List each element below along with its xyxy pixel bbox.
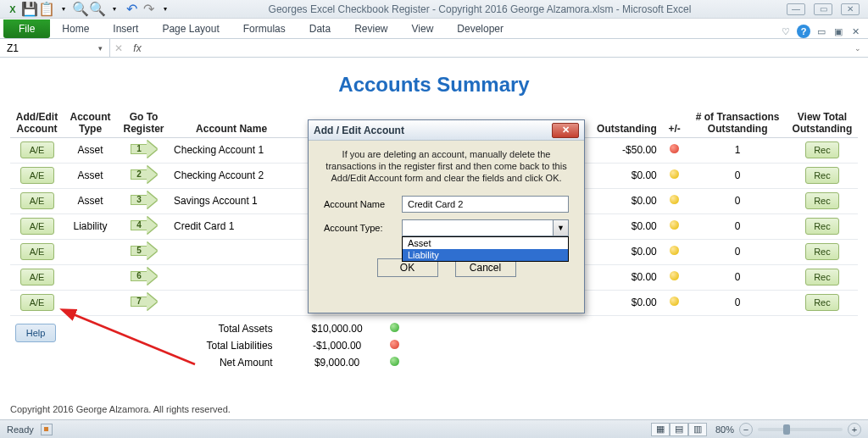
tab-view[interactable]: View bbox=[400, 19, 446, 38]
cell-account-name bbox=[170, 264, 313, 290]
tab-data[interactable]: Data bbox=[298, 19, 342, 38]
cell-num-trans: 0 bbox=[688, 213, 787, 239]
ribbon-restore-icon[interactable]: ▣ bbox=[832, 25, 844, 37]
paste-icon[interactable]: 📋 bbox=[39, 2, 54, 17]
add-edit-button[interactable]: A/E bbox=[20, 141, 54, 158]
cell-account-name: Checking Account 1 bbox=[170, 137, 313, 163]
total-label: Net Amount bbox=[12, 355, 288, 370]
cell-num-trans: 0 bbox=[688, 290, 787, 315]
find-icon[interactable]: 🔍 bbox=[73, 2, 88, 17]
status-dot-icon bbox=[390, 323, 399, 332]
qat-dropdown-icon[interactable]: ▾ bbox=[56, 2, 71, 17]
page-break-view-button[interactable]: ▥ bbox=[688, 423, 707, 436]
tab-formulas[interactable]: Formulas bbox=[231, 19, 298, 38]
totals-row: Total Liabilities-$1,000.00 bbox=[12, 338, 407, 353]
goto-register-button[interactable]: 2 bbox=[131, 167, 158, 182]
window-titlebar: X 💾 📋 ▾ 🔍 🔍 ▾ ↶ ↷ ▾ Georges Excel Checkb… bbox=[0, 0, 868, 19]
add-edit-button[interactable]: A/E bbox=[20, 294, 54, 311]
col-view-total: View Total Outstanding bbox=[787, 110, 858, 137]
qat-more-icon[interactable]: ▾ bbox=[158, 2, 173, 17]
cell-num-trans: 0 bbox=[688, 163, 787, 188]
goto-register-button[interactable]: 1 bbox=[131, 141, 158, 157]
ribbon-minimize-icon[interactable]: ▭ bbox=[815, 25, 827, 37]
tab-insert[interactable]: Insert bbox=[101, 19, 150, 38]
status-bar: Ready ▦ ▤ ▥ 80% − + bbox=[0, 419, 868, 438]
name-box[interactable]: Z1 ▾ bbox=[0, 39, 110, 57]
status-dot-icon bbox=[390, 340, 399, 349]
cancel-formula-icon[interactable]: ✕ bbox=[110, 42, 127, 54]
ribbon-heart-icon[interactable]: ♡ bbox=[780, 25, 792, 37]
tab-home[interactable]: Home bbox=[50, 19, 101, 38]
cell-outstanding: $0.00 bbox=[580, 213, 660, 239]
zoom-out-button[interactable]: − bbox=[739, 423, 753, 436]
totals-row: Net Amount$9,000.00 bbox=[12, 355, 407, 370]
add-edit-button[interactable]: A/E bbox=[20, 269, 54, 286]
combo-option-liability[interactable]: Liability bbox=[403, 249, 568, 261]
col-add-edit: Add/Edit Account bbox=[10, 110, 64, 137]
qat-dropdown-icon[interactable]: ▾ bbox=[107, 2, 122, 17]
name-box-dropdown-icon[interactable]: ▾ bbox=[98, 44, 103, 53]
help-button[interactable]: Help bbox=[15, 324, 56, 342]
rec-button[interactable]: Rec bbox=[805, 141, 839, 158]
cell-account-type bbox=[64, 290, 117, 315]
rec-button[interactable]: Rec bbox=[805, 243, 839, 260]
dialog-close-button[interactable]: ✕ bbox=[552, 123, 579, 138]
status-dot-icon bbox=[670, 195, 679, 204]
tab-review[interactable]: Review bbox=[342, 19, 399, 38]
save-icon[interactable]: 💾 bbox=[22, 2, 37, 17]
goto-register-button[interactable]: 7 bbox=[131, 294, 158, 309]
cell-outstanding: $0.00 bbox=[580, 188, 660, 213]
account-name-input[interactable]: Credit Card 2 bbox=[402, 196, 569, 213]
cell-outstanding: $0.00 bbox=[580, 239, 660, 264]
cell-account-type: Liability bbox=[64, 213, 117, 239]
minimize-button[interactable]: — bbox=[787, 3, 805, 15]
zoom-level[interactable]: 80% bbox=[715, 424, 734, 435]
total-value: $9,000.00 bbox=[290, 355, 385, 370]
redo-icon[interactable]: ↷ bbox=[141, 2, 156, 17]
close-button[interactable]: ✕ bbox=[841, 3, 860, 15]
rec-button[interactable]: Rec bbox=[805, 294, 839, 311]
find-replace-icon[interactable]: 🔍 bbox=[90, 2, 105, 17]
ribbon-close-icon[interactable]: ✕ bbox=[849, 25, 861, 37]
totals-row: Total Assets$10,000.00 bbox=[12, 321, 407, 336]
dialog-titlebar[interactable]: Add / Edit Account ✕ bbox=[309, 120, 584, 141]
normal-view-button[interactable]: ▦ bbox=[651, 423, 670, 436]
rec-button[interactable]: Rec bbox=[805, 269, 839, 286]
tab-developer[interactable]: Developer bbox=[445, 19, 515, 38]
col-num-trans: # of Transactions Outstanding bbox=[688, 110, 787, 137]
view-buttons: ▦ ▤ ▥ bbox=[651, 423, 707, 436]
goto-register-button[interactable]: 3 bbox=[131, 192, 158, 208]
rec-button[interactable]: Rec bbox=[805, 192, 839, 209]
macro-record-icon[interactable] bbox=[41, 424, 53, 435]
add-edit-button[interactable]: A/E bbox=[20, 192, 54, 209]
combo-arrow-icon[interactable]: ▼ bbox=[553, 220, 568, 236]
rec-button[interactable]: Rec bbox=[805, 218, 839, 235]
undo-icon[interactable]: ↶ bbox=[124, 2, 139, 17]
account-type-combo[interactable]: ▼ Asset Liability bbox=[402, 219, 569, 236]
col-account-name: Account Name bbox=[170, 110, 313, 137]
add-edit-button[interactable]: A/E bbox=[20, 243, 54, 260]
tab-page-layout[interactable]: Page Layout bbox=[150, 19, 231, 38]
rec-button[interactable]: Rec bbox=[805, 167, 839, 184]
help-icon[interactable]: ? bbox=[797, 25, 810, 38]
add-edit-button[interactable]: A/E bbox=[20, 218, 54, 235]
add-edit-button[interactable]: A/E bbox=[20, 167, 54, 184]
cell-account-type: Asset bbox=[64, 163, 117, 188]
page-layout-view-button[interactable]: ▤ bbox=[670, 423, 688, 436]
fx-icon[interactable]: fx bbox=[127, 42, 147, 54]
goto-register-button[interactable]: 6 bbox=[131, 269, 158, 284]
formula-bar: Z1 ▾ ✕ fx ⌄ bbox=[0, 39, 868, 58]
cell-account-name bbox=[170, 290, 313, 315]
goto-register-button[interactable]: 5 bbox=[131, 243, 158, 258]
cell-outstanding: $0.00 bbox=[580, 264, 660, 290]
cell-num-trans: 0 bbox=[688, 188, 787, 213]
formula-expand-icon[interactable]: ⌄ bbox=[854, 44, 868, 53]
window-title: Georges Excel Checkbook Register - Copyr… bbox=[173, 3, 787, 15]
cell-account-name bbox=[170, 239, 313, 264]
goto-register-button[interactable]: 4 bbox=[131, 218, 158, 233]
file-tab[interactable]: File bbox=[3, 19, 50, 38]
maximize-button[interactable]: ▭ bbox=[814, 3, 832, 15]
combo-option-asset[interactable]: Asset bbox=[403, 237, 568, 249]
zoom-slider[interactable] bbox=[758, 428, 843, 431]
zoom-in-button[interactable]: + bbox=[848, 423, 861, 436]
